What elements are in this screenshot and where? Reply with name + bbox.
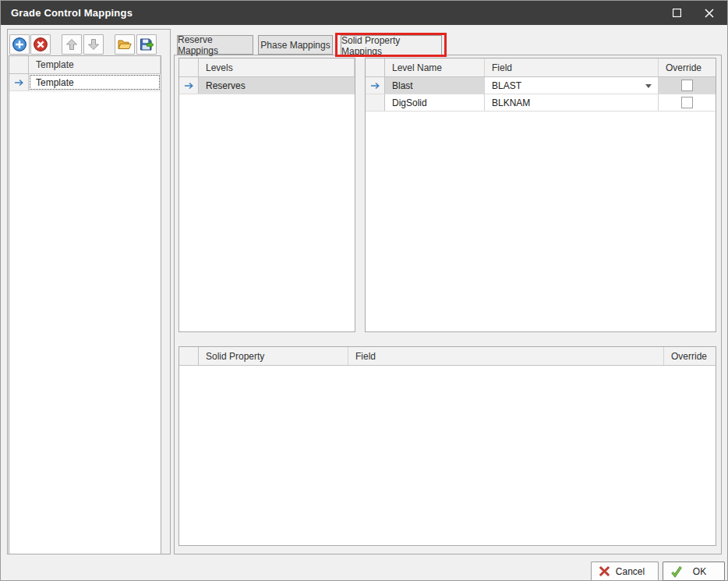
row-indicator-header <box>179 58 199 76</box>
grade-control-mappings-dialog: Grade Control Mappings <box>0 0 728 581</box>
override-column-header[interactable]: Override <box>659 58 716 76</box>
levels-grid: Levels Reserves <box>178 58 355 332</box>
override-checkbox[interactable] <box>681 80 693 91</box>
add-icon <box>12 37 27 52</box>
ok-label: OK <box>683 566 724 577</box>
template-name-cell[interactable]: Template <box>29 74 161 90</box>
row-indicator-cell <box>9 74 29 90</box>
field-dropdown-cell[interactable]: BLAST <box>485 77 659 94</box>
move-down-button[interactable] <box>83 34 104 55</box>
cancel-x-icon <box>599 565 610 577</box>
close-icon <box>705 9 714 18</box>
level-mapping-grid: Level Name Field Override Blast BLAST Di… <box>365 58 716 332</box>
mapping-row-blast[interactable]: Blast BLAST <box>366 77 716 94</box>
maximize-icon <box>673 9 681 17</box>
field-cell[interactable]: BLKNAM <box>485 94 659 111</box>
add-template-button[interactable] <box>9 34 30 55</box>
save-template-button[interactable] <box>136 34 157 55</box>
level-name-cell[interactable]: Reserves <box>199 77 355 94</box>
override-cell <box>659 94 716 111</box>
row-indicator-cell <box>366 77 385 94</box>
arrow-up-icon <box>65 37 79 51</box>
current-row-arrow-icon <box>370 82 380 90</box>
override-cell <box>659 77 716 94</box>
maximize-button[interactable] <box>663 1 690 25</box>
solid-property-column-header[interactable]: Solid Property <box>199 347 348 365</box>
titlebar: Grade Control Mappings <box>1 1 727 25</box>
current-row-arrow-icon <box>184 82 194 90</box>
field-column-header[interactable]: Field <box>485 58 659 76</box>
open-template-button[interactable] <box>115 34 135 55</box>
template-grid: Template Template <box>9 55 161 554</box>
template-column-header[interactable]: Template <box>29 56 161 73</box>
field-column-header[interactable]: Field <box>348 347 664 365</box>
delete-template-button[interactable] <box>30 34 51 55</box>
window-title: Grade Control Mappings <box>1 7 133 19</box>
move-up-button[interactable] <box>62 34 82 55</box>
level-name-column-header[interactable]: Level Name <box>385 58 485 76</box>
open-folder-icon <box>117 37 133 52</box>
override-column-header[interactable]: Override <box>664 347 716 365</box>
level-name-cell[interactable]: DigSolid <box>385 94 485 111</box>
arrow-down-icon <box>87 37 101 51</box>
close-button[interactable] <box>696 1 723 25</box>
row-indicator-cell <box>179 77 199 94</box>
template-grid-header: Template <box>9 56 161 74</box>
delete-icon <box>33 37 48 52</box>
row-indicator-header <box>9 56 29 73</box>
levels-row-reserves[interactable]: Reserves <box>179 77 355 94</box>
tab-label: Phase Mappings <box>260 40 330 51</box>
tab-phase-mappings[interactable]: Phase Mappings <box>258 35 333 55</box>
row-indicator-cell <box>366 94 385 111</box>
current-row-arrow-icon <box>14 79 24 87</box>
level-mapping-grid-header: Level Name Field Override <box>366 58 716 77</box>
tab-label: Solid Property Mappings <box>341 35 441 57</box>
tab-reserve-mappings[interactable]: Reserve Mappings <box>177 35 253 55</box>
cancel-button[interactable]: Cancel <box>591 562 659 581</box>
row-indicator-header <box>179 347 199 365</box>
template-panel: Template Template <box>7 29 171 554</box>
tab-label: Reserve Mappings <box>178 34 253 56</box>
mapping-row-digsolid[interactable]: DigSolid BLKNAM <box>366 94 716 112</box>
field-value: BLAST <box>492 80 521 91</box>
level-name-cell[interactable]: Blast <box>385 77 485 94</box>
levels-column-header[interactable]: Levels <box>199 58 355 76</box>
ok-button[interactable]: OK <box>663 562 725 581</box>
save-icon <box>139 37 154 52</box>
template-row[interactable]: Template <box>9 74 161 91</box>
cancel-label: Cancel <box>610 566 658 577</box>
solid-property-grid: Solid Property Field Override <box>178 346 716 546</box>
ok-check-icon <box>670 565 683 578</box>
dropdown-caret-icon[interactable] <box>645 84 652 88</box>
tab-solid-property-mappings[interactable]: Solid Property Mappings <box>341 35 442 55</box>
solid-property-grid-header: Solid Property Field Override <box>179 347 716 366</box>
row-indicator-header <box>366 58 385 76</box>
override-checkbox[interactable] <box>681 97 693 108</box>
levels-grid-header: Levels <box>179 58 355 77</box>
